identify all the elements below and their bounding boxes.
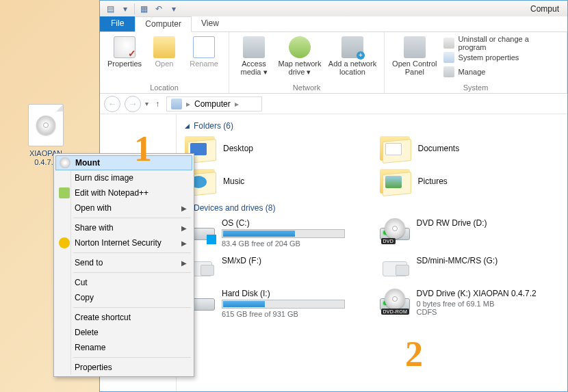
dvd-drive-icon: DVD bbox=[380, 218, 410, 243]
drive-sm-xd-f[interactable]: SM/xD (F:) bbox=[185, 256, 365, 280]
breadcrumb[interactable]: ▸ Computer ▸ bbox=[166, 96, 262, 112]
control-panel-icon bbox=[404, 36, 426, 58]
menu-item-rename[interactable]: Rename bbox=[55, 340, 192, 355]
drives-grid: OS (C:)83.4 GB free of 204 GB DVD DVD RW… bbox=[185, 218, 559, 318]
network-drive-icon bbox=[289, 36, 311, 58]
menu-item-edit-notepadpp[interactable]: Edit with Notepad++ bbox=[55, 185, 192, 200]
media-icon bbox=[243, 36, 265, 58]
qat-newfolder-icon[interactable]: ▦ bbox=[136, 3, 151, 15]
rename-icon bbox=[193, 36, 215, 58]
chevron-right-icon: ▸ bbox=[235, 99, 239, 109]
chevron-right-icon: ▶ bbox=[181, 239, 187, 247]
tab-computer[interactable]: Computer bbox=[135, 16, 192, 32]
computer-icon bbox=[171, 99, 182, 109]
folder-icon bbox=[380, 169, 410, 194]
properties-icon bbox=[114, 36, 135, 58]
ribbon-group-label: Network bbox=[235, 82, 378, 92]
menu-item-mount[interactable]: Mount bbox=[55, 155, 192, 170]
menu-item-delete[interactable]: Delete bbox=[55, 325, 192, 340]
card-reader-icon bbox=[380, 256, 410, 280]
ribbon-group-location: Properties Open Rename Location bbox=[100, 32, 229, 93]
folder-pictures[interactable]: Pictures bbox=[380, 169, 560, 194]
ribbon-properties-button[interactable]: Properties bbox=[105, 35, 144, 82]
ribbon-manage-button[interactable]: Manage bbox=[441, 65, 561, 79]
folder-documents[interactable]: Documents bbox=[380, 136, 560, 161]
drive-dvd-d[interactable]: DVD DVD RW Drive (D:) bbox=[380, 218, 560, 248]
menu-item-send-to[interactable]: Send to▶ bbox=[55, 255, 192, 270]
open-icon bbox=[153, 36, 175, 58]
ribbon-add-location-button[interactable]: Add a network location bbox=[326, 35, 378, 82]
menu-item-create-shortcut[interactable]: Create shortcut bbox=[55, 310, 192, 325]
folders-grid: Desktop Documents Music Pictures bbox=[185, 136, 559, 194]
folder-music[interactable]: Music bbox=[185, 169, 365, 194]
ribbon-group-label: Location bbox=[105, 82, 223, 92]
menu-item-share-with[interactable]: Share with▶ bbox=[55, 220, 192, 235]
menu-separator bbox=[73, 307, 191, 308]
ribbon-open-button[interactable]: Open bbox=[145, 35, 183, 82]
address-bar: ← → ▾ ↑ ▸ Computer ▸ bbox=[100, 94, 567, 114]
menu-separator bbox=[73, 272, 191, 273]
uninstall-icon bbox=[443, 38, 454, 49]
menu-separator bbox=[73, 357, 191, 358]
add-location-icon bbox=[341, 36, 363, 58]
quick-access-toolbar: ▤ ▾ ▦ ↶ ▾ Comput bbox=[100, 1, 567, 16]
ribbon-group-network: Access media ▾ Map network drive ▾ Add a… bbox=[229, 32, 385, 93]
section-header-drives[interactable]: ◢Devices and drives (8) bbox=[185, 203, 559, 213]
ribbon-access-media-button[interactable]: Access media ▾ bbox=[235, 35, 273, 82]
drive-dvd-k-xiaopan[interactable]: DVD-ROM DVD Drive (K:) XIAOPAN 0.4.7.20 … bbox=[380, 289, 560, 318]
breadcrumb-root: Computer bbox=[194, 99, 231, 109]
qat-separator bbox=[134, 3, 135, 14]
window-title: Comput bbox=[530, 4, 559, 14]
iso-file-icon bbox=[28, 104, 64, 146]
manage-icon bbox=[443, 66, 454, 77]
menu-item-copy[interactable]: Copy bbox=[55, 290, 192, 305]
dvd-drive-icon: DVD-ROM bbox=[380, 289, 410, 313]
ribbon-sysprops-button[interactable]: System properties bbox=[441, 51, 561, 64]
section-header-folders[interactable]: ◢Folders (6) bbox=[185, 121, 559, 131]
qat-dropdown-icon[interactable]: ▾ bbox=[118, 3, 133, 15]
chevron-right-icon: ▸ bbox=[186, 99, 190, 109]
qat-properties-icon[interactable]: ▤ bbox=[103, 3, 118, 15]
ribbon-group-system: Open Control Panel Uninstall or change a… bbox=[385, 32, 567, 93]
disc-icon bbox=[60, 157, 70, 168]
folder-desktop[interactable]: Desktop bbox=[185, 136, 365, 161]
nav-back-button[interactable]: ← bbox=[104, 96, 120, 112]
ribbon-tabs: File Computer View bbox=[100, 16, 567, 32]
ribbon: Properties Open Rename Location Access m… bbox=[100, 32, 567, 94]
nav-up-button[interactable]: ↑ bbox=[153, 99, 162, 109]
menu-separator bbox=[73, 218, 191, 218]
tab-file[interactable]: File bbox=[100, 16, 135, 31]
chevron-right-icon: ▶ bbox=[181, 205, 187, 212]
ribbon-map-drive-button[interactable]: Map network drive ▾ bbox=[274, 35, 325, 82]
nav-forward-button[interactable]: → bbox=[125, 96, 141, 112]
notepadpp-icon bbox=[59, 187, 70, 198]
chevron-right-icon: ▶ bbox=[181, 259, 187, 267]
qat-caret-icon[interactable]: ▾ bbox=[166, 3, 181, 15]
nav-history-dropdown[interactable]: ▾ bbox=[145, 100, 149, 107]
norton-icon bbox=[59, 237, 70, 248]
menu-item-burn[interactable]: Burn disc image bbox=[55, 170, 192, 185]
content-pane: ◢Folders (6) Desktop Documents Music Pic… bbox=[177, 114, 567, 391]
drive-os-c[interactable]: OS (C:)83.4 GB free of 204 GB bbox=[185, 218, 365, 248]
ribbon-group-label: System bbox=[390, 82, 561, 92]
ribbon-uninstall-button[interactable]: Uninstall or change a program bbox=[441, 36, 561, 50]
context-menu: Mount Burn disc image Edit with Notepad+… bbox=[53, 153, 194, 377]
drive-hard-disk-i[interactable]: Hard Disk (I:)615 GB free of 931 GB bbox=[185, 289, 365, 318]
menu-item-cut[interactable]: Cut bbox=[55, 275, 192, 290]
menu-item-properties[interactable]: Properties bbox=[55, 360, 192, 375]
ribbon-control-panel-button[interactable]: Open Control Panel bbox=[390, 35, 439, 82]
drive-sd-g[interactable]: SD/mini-MMC/RS (G:) bbox=[380, 256, 560, 280]
ribbon-rename-button[interactable]: Rename bbox=[185, 35, 223, 82]
menu-item-norton[interactable]: Norton Internet Security▶ bbox=[55, 235, 192, 250]
menu-item-open-with[interactable]: Open with▶ bbox=[55, 200, 192, 215]
menu-separator bbox=[73, 252, 191, 253]
collapse-icon: ◢ bbox=[185, 122, 190, 129]
system-properties-icon bbox=[443, 52, 454, 63]
chevron-right-icon: ▶ bbox=[181, 224, 187, 232]
tab-view[interactable]: View bbox=[192, 16, 229, 31]
folder-icon bbox=[380, 136, 410, 161]
qat-undo-icon[interactable]: ↶ bbox=[151, 3, 166, 15]
